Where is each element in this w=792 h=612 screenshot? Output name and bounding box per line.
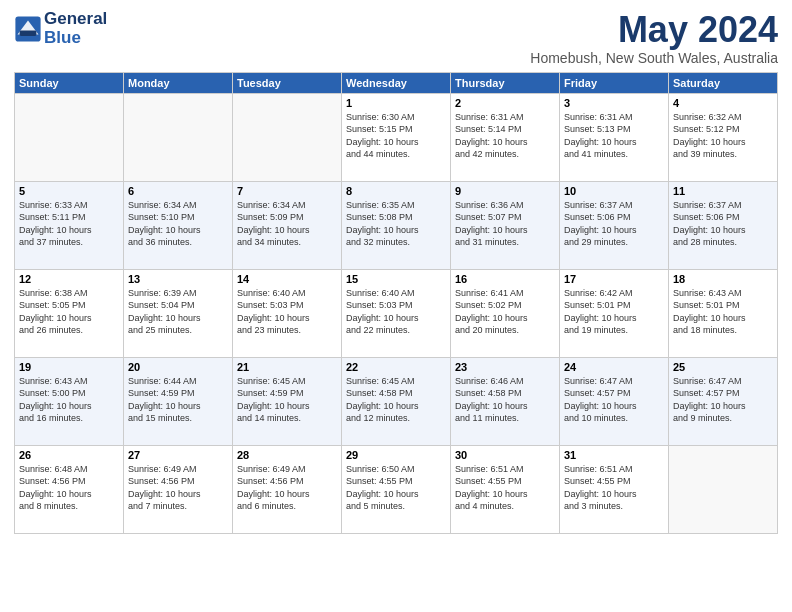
table-row: 21Sunrise: 6:45 AMSunset: 4:59 PMDayligh…	[233, 357, 342, 445]
table-row	[233, 93, 342, 181]
calendar-header-row: Sunday Monday Tuesday Wednesday Thursday…	[15, 72, 778, 93]
table-row: 4Sunrise: 6:32 AMSunset: 5:12 PMDaylight…	[669, 93, 778, 181]
day-info: Sunrise: 6:35 AMSunset: 5:08 PMDaylight:…	[346, 199, 446, 249]
col-sunday: Sunday	[15, 72, 124, 93]
day-number: 31	[564, 449, 664, 461]
day-number: 2	[455, 97, 555, 109]
day-number: 1	[346, 97, 446, 109]
table-row: 11Sunrise: 6:37 AMSunset: 5:06 PMDayligh…	[669, 181, 778, 269]
day-number: 12	[19, 273, 119, 285]
table-row: 19Sunrise: 6:43 AMSunset: 5:00 PMDayligh…	[15, 357, 124, 445]
day-info: Sunrise: 6:36 AMSunset: 5:07 PMDaylight:…	[455, 199, 555, 249]
table-row: 30Sunrise: 6:51 AMSunset: 4:55 PMDayligh…	[451, 445, 560, 533]
title-area: May 2024 Homebush, New South Wales, Aust…	[530, 10, 778, 66]
day-info: Sunrise: 6:34 AMSunset: 5:10 PMDaylight:…	[128, 199, 228, 249]
table-row: 31Sunrise: 6:51 AMSunset: 4:55 PMDayligh…	[560, 445, 669, 533]
day-info: Sunrise: 6:45 AMSunset: 4:58 PMDaylight:…	[346, 375, 446, 425]
day-number: 8	[346, 185, 446, 197]
day-number: 28	[237, 449, 337, 461]
table-row	[15, 93, 124, 181]
table-row: 9Sunrise: 6:36 AMSunset: 5:07 PMDaylight…	[451, 181, 560, 269]
day-number: 24	[564, 361, 664, 373]
col-tuesday: Tuesday	[233, 72, 342, 93]
col-monday: Monday	[124, 72, 233, 93]
table-row: 10Sunrise: 6:37 AMSunset: 5:06 PMDayligh…	[560, 181, 669, 269]
day-info: Sunrise: 6:48 AMSunset: 4:56 PMDaylight:…	[19, 463, 119, 513]
calendar: Sunday Monday Tuesday Wednesday Thursday…	[14, 72, 778, 534]
day-info: Sunrise: 6:30 AMSunset: 5:15 PMDaylight:…	[346, 111, 446, 161]
table-row: 2Sunrise: 6:31 AMSunset: 5:14 PMDaylight…	[451, 93, 560, 181]
table-row: 28Sunrise: 6:49 AMSunset: 4:56 PMDayligh…	[233, 445, 342, 533]
day-number: 19	[19, 361, 119, 373]
day-info: Sunrise: 6:33 AMSunset: 5:11 PMDaylight:…	[19, 199, 119, 249]
day-number: 25	[673, 361, 773, 373]
day-number: 4	[673, 97, 773, 109]
day-info: Sunrise: 6:31 AMSunset: 5:13 PMDaylight:…	[564, 111, 664, 161]
table-row	[124, 93, 233, 181]
day-number: 9	[455, 185, 555, 197]
calendar-week-row: 26Sunrise: 6:48 AMSunset: 4:56 PMDayligh…	[15, 445, 778, 533]
day-info: Sunrise: 6:50 AMSunset: 4:55 PMDaylight:…	[346, 463, 446, 513]
table-row: 13Sunrise: 6:39 AMSunset: 5:04 PMDayligh…	[124, 269, 233, 357]
page: General Blue May 2024 Homebush, New Sout…	[0, 0, 792, 612]
col-wednesday: Wednesday	[342, 72, 451, 93]
table-row: 12Sunrise: 6:38 AMSunset: 5:05 PMDayligh…	[15, 269, 124, 357]
table-row	[669, 445, 778, 533]
calendar-week-row: 1Sunrise: 6:30 AMSunset: 5:15 PMDaylight…	[15, 93, 778, 181]
table-row: 1Sunrise: 6:30 AMSunset: 5:15 PMDaylight…	[342, 93, 451, 181]
table-row: 7Sunrise: 6:34 AMSunset: 5:09 PMDaylight…	[233, 181, 342, 269]
day-number: 16	[455, 273, 555, 285]
day-info: Sunrise: 6:51 AMSunset: 4:55 PMDaylight:…	[455, 463, 555, 513]
day-info: Sunrise: 6:47 AMSunset: 4:57 PMDaylight:…	[673, 375, 773, 425]
day-info: Sunrise: 6:46 AMSunset: 4:58 PMDaylight:…	[455, 375, 555, 425]
svg-rect-2	[20, 30, 37, 36]
calendar-week-row: 12Sunrise: 6:38 AMSunset: 5:05 PMDayligh…	[15, 269, 778, 357]
day-info: Sunrise: 6:42 AMSunset: 5:01 PMDaylight:…	[564, 287, 664, 337]
day-info: Sunrise: 6:34 AMSunset: 5:09 PMDaylight:…	[237, 199, 337, 249]
logo: General Blue	[14, 10, 107, 47]
logo-line2: Blue	[44, 29, 107, 48]
table-row: 26Sunrise: 6:48 AMSunset: 4:56 PMDayligh…	[15, 445, 124, 533]
table-row: 17Sunrise: 6:42 AMSunset: 5:01 PMDayligh…	[560, 269, 669, 357]
day-number: 26	[19, 449, 119, 461]
month-title: May 2024	[530, 10, 778, 50]
table-row: 27Sunrise: 6:49 AMSunset: 4:56 PMDayligh…	[124, 445, 233, 533]
day-info: Sunrise: 6:47 AMSunset: 4:57 PMDaylight:…	[564, 375, 664, 425]
day-number: 15	[346, 273, 446, 285]
logo-line1: General	[44, 10, 107, 29]
logo-icon	[14, 15, 42, 43]
calendar-week-row: 5Sunrise: 6:33 AMSunset: 5:11 PMDaylight…	[15, 181, 778, 269]
table-row: 18Sunrise: 6:43 AMSunset: 5:01 PMDayligh…	[669, 269, 778, 357]
day-number: 13	[128, 273, 228, 285]
table-row: 20Sunrise: 6:44 AMSunset: 4:59 PMDayligh…	[124, 357, 233, 445]
day-number: 20	[128, 361, 228, 373]
day-number: 3	[564, 97, 664, 109]
table-row: 14Sunrise: 6:40 AMSunset: 5:03 PMDayligh…	[233, 269, 342, 357]
day-info: Sunrise: 6:39 AMSunset: 5:04 PMDaylight:…	[128, 287, 228, 337]
day-number: 6	[128, 185, 228, 197]
table-row: 8Sunrise: 6:35 AMSunset: 5:08 PMDaylight…	[342, 181, 451, 269]
col-thursday: Thursday	[451, 72, 560, 93]
day-number: 17	[564, 273, 664, 285]
day-info: Sunrise: 6:44 AMSunset: 4:59 PMDaylight:…	[128, 375, 228, 425]
table-row: 24Sunrise: 6:47 AMSunset: 4:57 PMDayligh…	[560, 357, 669, 445]
location-subtitle: Homebush, New South Wales, Australia	[530, 50, 778, 66]
day-number: 14	[237, 273, 337, 285]
day-info: Sunrise: 6:38 AMSunset: 5:05 PMDaylight:…	[19, 287, 119, 337]
table-row: 22Sunrise: 6:45 AMSunset: 4:58 PMDayligh…	[342, 357, 451, 445]
day-number: 29	[346, 449, 446, 461]
table-row: 6Sunrise: 6:34 AMSunset: 5:10 PMDaylight…	[124, 181, 233, 269]
day-number: 11	[673, 185, 773, 197]
day-number: 23	[455, 361, 555, 373]
calendar-week-row: 19Sunrise: 6:43 AMSunset: 5:00 PMDayligh…	[15, 357, 778, 445]
day-info: Sunrise: 6:40 AMSunset: 5:03 PMDaylight:…	[346, 287, 446, 337]
day-info: Sunrise: 6:37 AMSunset: 5:06 PMDaylight:…	[564, 199, 664, 249]
day-info: Sunrise: 6:49 AMSunset: 4:56 PMDaylight:…	[237, 463, 337, 513]
logo-text: General Blue	[44, 10, 107, 47]
day-number: 10	[564, 185, 664, 197]
table-row: 15Sunrise: 6:40 AMSunset: 5:03 PMDayligh…	[342, 269, 451, 357]
day-number: 22	[346, 361, 446, 373]
day-number: 18	[673, 273, 773, 285]
day-number: 21	[237, 361, 337, 373]
table-row: 25Sunrise: 6:47 AMSunset: 4:57 PMDayligh…	[669, 357, 778, 445]
